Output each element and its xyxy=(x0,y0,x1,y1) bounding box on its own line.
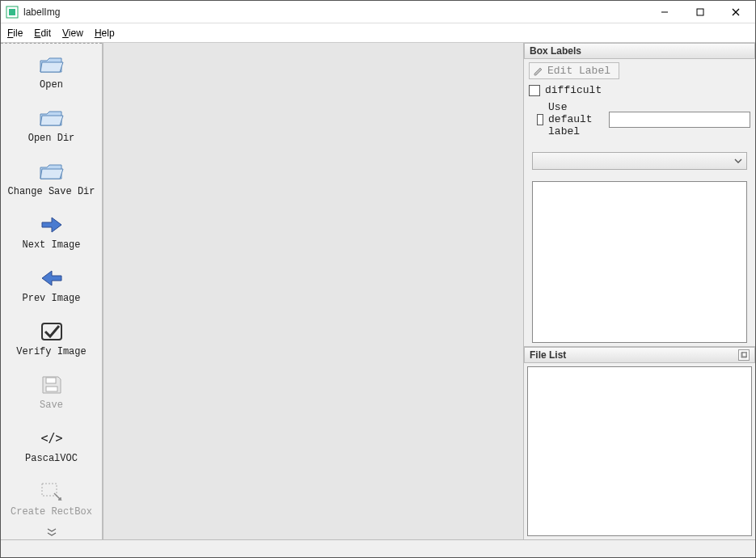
next-image-label: Next Image xyxy=(22,239,80,251)
label-listbox[interactable] xyxy=(532,181,747,343)
app-icon xyxy=(6,6,19,19)
difficult-checkbox[interactable] xyxy=(529,85,540,96)
maximize-button[interactable] xyxy=(682,2,718,23)
close-button[interactable] xyxy=(718,2,754,23)
svg-rect-8 xyxy=(46,387,57,391)
menu-file[interactable]: File xyxy=(7,27,23,39)
edit-label-button[interactable]: Edit Label xyxy=(529,62,619,79)
open-dir-button[interactable]: Open Dir xyxy=(3,102,100,150)
chevrons-icon xyxy=(46,527,57,537)
difficult-label: difficult xyxy=(545,84,602,96)
format-label: PascalVOC xyxy=(25,453,78,464)
box-labels-title: Box Labels xyxy=(530,45,581,57)
prev-image-button[interactable]: Prev Image xyxy=(3,262,100,311)
create-rectbox-label: Create RectBox xyxy=(11,506,92,518)
open-button[interactable]: Open xyxy=(3,49,100,97)
right-panels: Box Labels Edit Label difficult Use def xyxy=(524,43,755,539)
image-canvas[interactable] xyxy=(103,43,524,539)
toolbar-overflow-button[interactable] xyxy=(1,525,102,539)
code-icon: </> xyxy=(39,425,65,451)
svg-rect-3 xyxy=(697,9,703,15)
verify-image-button[interactable]: Verify Image xyxy=(3,315,100,364)
arrow-left-icon xyxy=(39,265,65,291)
titlebar[interactable]: labelImg xyxy=(1,1,755,23)
folder-icon xyxy=(39,52,65,78)
undock-icon[interactable] xyxy=(738,349,750,361)
menu-edit[interactable]: Edit xyxy=(34,27,51,39)
save-label: Save xyxy=(40,399,63,411)
change-save-dir-button[interactable]: Change Save Dir xyxy=(3,155,100,204)
open-dir-label: Open Dir xyxy=(28,133,75,144)
edit-label-text: Edit Label xyxy=(547,65,610,77)
folder-icon xyxy=(39,159,65,184)
file-list-header[interactable]: File List xyxy=(524,347,755,363)
menubar: File Edit View Help xyxy=(1,23,755,43)
box-labels-panel: Edit Label difficult Use default label xyxy=(524,59,755,347)
pencil-icon xyxy=(533,66,544,77)
difficult-checkbox-row[interactable]: difficult xyxy=(529,84,750,96)
file-listbox[interactable] xyxy=(527,366,752,536)
open-label: Open xyxy=(40,79,63,91)
use-default-label-checkbox-row[interactable]: Use default label xyxy=(537,101,602,137)
verify-image-label: Verify Image xyxy=(16,346,86,357)
statusbar xyxy=(1,539,755,557)
format-toggle-button[interactable]: </> PascalVOC xyxy=(3,422,100,471)
arrow-right-icon xyxy=(39,212,65,238)
create-rectbox-button[interactable]: Create RectBox xyxy=(3,476,100,524)
window-title: labelImg xyxy=(23,6,60,18)
next-image-button[interactable]: Next Image xyxy=(3,209,100,257)
use-default-label-checkbox[interactable] xyxy=(537,114,543,125)
rect-icon xyxy=(39,479,65,505)
box-labels-header[interactable]: Box Labels xyxy=(524,43,755,59)
menu-help[interactable]: Help xyxy=(95,27,115,39)
chevron-down-icon xyxy=(733,157,743,165)
prev-image-label: Prev Image xyxy=(22,293,80,304)
default-label-row: Use default label xyxy=(529,101,750,137)
folder-icon xyxy=(39,105,65,131)
default-label-input[interactable] xyxy=(609,112,750,128)
save-icon xyxy=(39,372,65,398)
toolbar-strip: Open Open Dir Change Save Dir xyxy=(1,43,102,525)
save-button[interactable]: Save xyxy=(3,369,100,417)
check-icon xyxy=(39,319,65,345)
label-combo[interactable] xyxy=(532,152,747,170)
svg-rect-1 xyxy=(9,9,15,15)
body: Open Open Dir Change Save Dir xyxy=(1,43,755,539)
svg-text:</>: </> xyxy=(40,431,62,446)
svg-rect-7 xyxy=(46,378,56,383)
use-default-label-text: Use default label xyxy=(548,101,602,137)
left-toolbar: Open Open Dir Change Save Dir xyxy=(1,43,103,539)
minimize-button[interactable] xyxy=(647,2,682,23)
change-save-dir-label: Change Save Dir xyxy=(7,186,95,197)
app-window: labelImg File Edit View Help Open xyxy=(0,0,756,558)
file-list-title: File List xyxy=(530,349,566,361)
menu-view[interactable]: View xyxy=(62,27,83,39)
